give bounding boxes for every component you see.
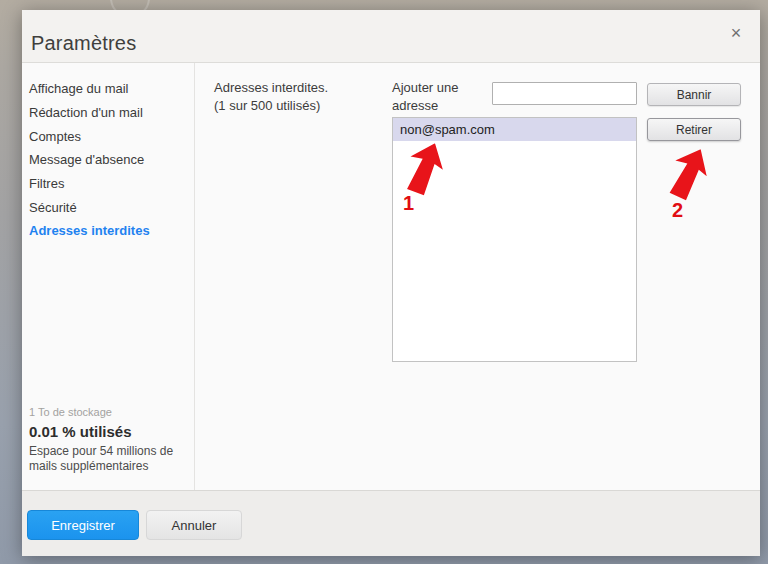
sidebar-item-comptes[interactable]: Comptes	[29, 124, 194, 148]
dialog-body: Affichage du mail Rédaction d'un mail Co…	[22, 63, 760, 490]
blocked-addresses-panel: Adresses interdites. (1 sur 500 utilisés…	[195, 63, 760, 490]
blocked-address-list[interactable]: non@spam.com	[392, 117, 637, 362]
sidebar-item-affichage[interactable]: Affichage du mail	[29, 77, 194, 101]
add-address-input[interactable]	[492, 82, 637, 105]
close-icon[interactable]: ×	[725, 22, 747, 44]
remove-button[interactable]: Retirer	[647, 118, 741, 141]
storage-capacity: 1 To de stockage	[29, 406, 191, 418]
desktop: { "window": { "title": "Paramètres", "cl…	[0, 0, 768, 564]
settings-dialog: Paramètres × Affichage du mail Rédaction…	[22, 10, 760, 556]
sidebar-item-absence[interactable]: Message d'absence	[29, 148, 194, 172]
save-button[interactable]: Enregistrer	[27, 510, 139, 540]
sidebar-item-filtres[interactable]: Filtres	[29, 172, 194, 196]
settings-sidebar: Affichage du mail Rédaction d'un mail Co…	[22, 63, 195, 490]
add-address-label: Ajouter une adresse	[392, 79, 488, 115]
dialog-footer: Enregistrer Annuler	[22, 490, 760, 556]
sidebar-nav: Affichage du mail Rédaction d'un mail Co…	[22, 63, 194, 243]
blocked-address-row[interactable]: non@spam.com	[393, 118, 636, 141]
dialog-title: Paramètres	[31, 32, 136, 55]
storage-note: Espace pour 54 millions de mails supplém…	[29, 444, 191, 474]
dialog-header: Paramètres ×	[22, 10, 760, 63]
section-title: Adresses interdites. (1 sur 500 utilisés…	[214, 79, 328, 115]
storage-used-percent: 0.01 % utilisés	[29, 423, 191, 440]
cancel-button[interactable]: Annuler	[146, 510, 242, 540]
annotation-step-1: 1	[403, 192, 414, 215]
annotation-step-2: 2	[672, 199, 683, 222]
section-title-line: Adresses interdites.	[214, 79, 328, 97]
sidebar-item-redaction[interactable]: Rédaction d'un mail	[29, 101, 194, 125]
section-usage-count: (1 sur 500 utilisés)	[214, 97, 328, 115]
storage-info: 1 To de stockage 0.01 % utilisés Espace …	[29, 406, 191, 474]
ban-button[interactable]: Bannir	[647, 83, 741, 106]
sidebar-item-adresses-interdites[interactable]: Adresses interdites	[29, 219, 194, 243]
sidebar-item-securite[interactable]: Sécurité	[29, 195, 194, 219]
